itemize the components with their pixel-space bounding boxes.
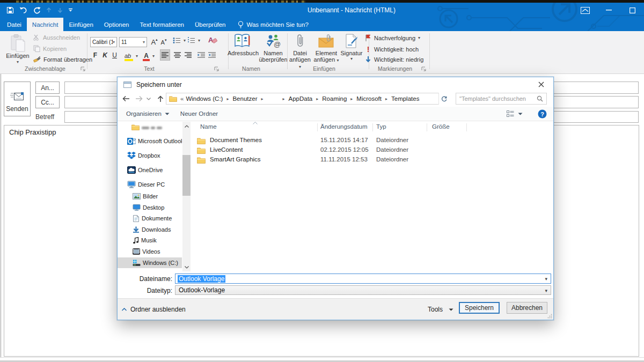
grow-font-button[interactable]: A▴: [150, 36, 159, 47]
follow-up-button[interactable]: Nachverfolgung ▾: [365, 34, 420, 41]
tags-dialog-launcher[interactable]: [421, 67, 427, 72]
nav-item-downloads[interactable]: Downloads: [118, 224, 182, 235]
scroll-up-button[interactable]: [182, 122, 191, 130]
nav-item-onedrive[interactable]: OneDrive: [118, 165, 182, 175]
cancel-button[interactable]: Abbrechen: [507, 302, 547, 314]
importance-low-button[interactable]: Wichtigkeit: niedrig: [365, 56, 423, 63]
attach-file-button[interactable]: Datei anfügen ▾: [289, 34, 311, 69]
new-folder-button[interactable]: Neuer Ordner: [180, 110, 218, 117]
scroll-down-button[interactable]: [182, 263, 191, 271]
bold-button[interactable]: F: [91, 50, 99, 60]
increase-indent-button[interactable]: [207, 49, 217, 61]
filetype-select[interactable]: Outlook-Vorlage ▾: [175, 285, 551, 295]
address-bar[interactable]: « Windows (C:) ▸ Benutzer ▸ ▸ AppData ▸ …: [166, 93, 449, 105]
crumb-templates[interactable]: Templates: [390, 95, 420, 102]
tab-optionen[interactable]: Optionen: [99, 18, 135, 31]
copy-button[interactable]: Kopieren: [33, 45, 67, 52]
nav-item-dokumente[interactable]: Dokumente: [118, 213, 182, 224]
paste-button[interactable]: Einfügen ▾: [4, 34, 31, 67]
address-chevrons[interactable]: «: [179, 95, 185, 102]
numbering-button[interactable]: ▾: [187, 37, 200, 44]
bullets-button[interactable]: ▾: [173, 37, 186, 44]
tab-text-formatieren[interactable]: Text formatieren: [135, 18, 189, 31]
hide-folders-button[interactable]: Ordner ausblenden: [122, 306, 186, 313]
filename-dropdown-caret[interactable]: ▾: [545, 276, 547, 282]
tools-button[interactable]: Tools: [428, 306, 453, 313]
attach-item-button[interactable]: Element anfügen ▾: [312, 34, 340, 63]
cut-button[interactable]: Ausschneiden: [33, 34, 80, 41]
decrease-indent-button[interactable]: [196, 49, 206, 61]
minimize-button[interactable]: [597, 3, 620, 18]
clipboard-dialog-launcher[interactable]: [80, 67, 86, 72]
help-button[interactable]: ?: [538, 109, 547, 119]
recent-locations-caret[interactable]: [144, 98, 153, 100]
align-left-button[interactable]: [160, 49, 170, 61]
nav-item-folder-redacted[interactable]: [118, 122, 182, 132]
nav-item-microsoft-outlook[interactable]: Microsoft Outlook: [118, 136, 182, 146]
italic-button[interactable]: K: [101, 50, 109, 60]
underline-button[interactable]: U: [111, 50, 119, 60]
tab-datei[interactable]: Datei: [2, 18, 27, 31]
importance-high-button[interactable]: ! Wichtigkeit: hoch: [365, 45, 419, 54]
crumb-appdata[interactable]: AppData: [288, 95, 314, 102]
dialog-close-button[interactable]: [533, 79, 549, 90]
dialog-title-bar[interactable]: Speichern unter: [118, 77, 553, 92]
undo-icon[interactable]: [19, 6, 28, 14]
up-button[interactable]: [156, 95, 165, 102]
nav-item-dropbox[interactable]: Dropbox: [118, 150, 182, 161]
to-button[interactable]: An...: [35, 82, 60, 94]
filename-input[interactable]: Outlook Vorlage ▾: [175, 274, 551, 284]
column-type[interactable]: Typ: [376, 123, 386, 130]
back-button[interactable]: [122, 95, 130, 102]
tab-einfuegen[interactable]: Einfügen: [63, 18, 98, 31]
signature-button[interactable]: Signatur ▾: [339, 34, 364, 61]
highlight-button[interactable]: ab ▾: [125, 50, 138, 61]
search-box[interactable]: "Templates" durchsuchen: [456, 93, 547, 105]
tab-nachricht[interactable]: Nachricht: [27, 18, 64, 31]
save-button[interactable]: Speichern: [459, 302, 500, 314]
font-color-button[interactable]: A ▾: [143, 50, 155, 61]
send-button[interactable]: Senden: [4, 82, 31, 116]
nav-item-desktop[interactable]: Desktop: [118, 202, 182, 213]
nav-item-videos[interactable]: Videos: [118, 246, 182, 257]
align-right-button[interactable]: [183, 49, 193, 61]
nav-item-bilder[interactable]: Bilder: [118, 191, 182, 202]
crumb-roaming[interactable]: Roaming: [321, 95, 348, 102]
address-book-button[interactable]: Adressbuch: [228, 34, 257, 56]
refresh-button[interactable]: [438, 93, 449, 105]
nav-item-dieser-pc[interactable]: Dieser PC: [118, 179, 182, 190]
crumb-windows-c[interactable]: Windows (C:): [185, 95, 224, 102]
nav-scrollbar-thumb[interactable]: [182, 155, 191, 196]
organize-button[interactable]: Organisieren: [126, 110, 170, 117]
font-name-combo[interactable]: Calibri (1▾: [90, 37, 117, 47]
column-name[interactable]: Name: [200, 123, 217, 130]
column-size[interactable]: Größe: [432, 123, 450, 130]
align-center-button[interactable]: [172, 49, 182, 61]
text-dialog-launcher[interactable]: [214, 67, 219, 72]
column-date[interactable]: Änderungsdatum: [320, 123, 368, 130]
crumb-benutzer[interactable]: Benutzer: [231, 95, 258, 102]
ribbon-display-options-button[interactable]: [573, 3, 597, 18]
maximize-button[interactable]: [620, 3, 644, 18]
cc-button[interactable]: Cc...: [35, 96, 60, 108]
nav-item-windows-c[interactable]: Windows (C:): [118, 257, 182, 268]
format-painter-button[interactable]: Format übertragen: [33, 56, 92, 63]
clear-formatting-button[interactable]: A: [208, 36, 217, 44]
file-row-document-themes[interactable]: Document Themes 15.11.2015 14:17 Dateior…: [191, 136, 553, 145]
tab-ueberpruefen[interactable]: Überprüfen: [189, 18, 231, 31]
forward-button[interactable]: [135, 95, 143, 102]
file-row-livecontent[interactable]: LiveContent 02.12.2015 12:05 Dateiordner: [191, 145, 553, 155]
crumb-microsoft[interactable]: Microsoft: [355, 95, 383, 102]
views-button[interactable]: [507, 110, 523, 117]
resize-grip[interactable]: [547, 314, 552, 319]
font-size-combo[interactable]: 11▾: [119, 37, 147, 47]
shrink-font-button[interactable]: A▾: [159, 37, 168, 47]
file-row-smartart-graphics[interactable]: SmartArt Graphics 11.11.2015 12:53 Datei…: [191, 155, 553, 165]
tell-me-box[interactable]: Was möchten Sie tun?: [231, 18, 315, 31]
save-icon[interactable]: [6, 6, 14, 14]
check-names-button[interactable]: @ Namen überprüfen: [259, 34, 288, 63]
nav-item-musik[interactable]: Musik: [118, 235, 182, 246]
redo-icon[interactable]: [33, 6, 41, 14]
previous-item-icon[interactable]: [46, 7, 52, 13]
nav-scrollbar[interactable]: [182, 122, 191, 271]
